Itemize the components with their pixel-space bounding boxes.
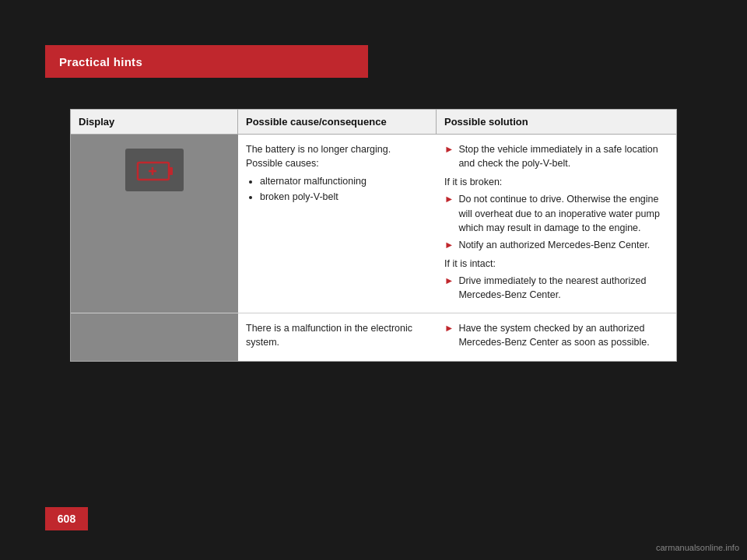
solution-item-4: ► Drive immediately to the nearest autho…: [444, 274, 670, 302]
solution-cell-1: ► Stop the vehicle immediately in a safe…: [437, 135, 678, 313]
table-header-row: Display Possible cause/consequence Possi…: [71, 110, 676, 135]
header-title: Practical hints: [59, 55, 142, 68]
arrow-icon-2: ►: [444, 192, 454, 206]
solution-text-5: Have the system checked by an authorized…: [458, 321, 670, 349]
cause-cell-2: There is a malfunction in the electronic…: [238, 313, 437, 360]
page-background: Practical hints Display Possible cause/c…: [0, 0, 747, 560]
main-table: Display Possible cause/consequence Possi…: [70, 109, 677, 362]
solution-item-3: ► Notify an authorized Mercedes-Benz Cen…: [444, 238, 670, 252]
display-cell-2: [71, 313, 238, 360]
page-number: 608: [58, 513, 75, 525]
table-row: The battery is no longer charging. Possi…: [71, 135, 676, 313]
page-number-badge: 608: [45, 507, 88, 530]
cause-intro-2: There is a malfunction in the electronic…: [246, 321, 429, 349]
solution-cell-2: ► Have the system checked by an authoriz…: [437, 313, 678, 360]
table-row-2: There is a malfunction in the electronic…: [71, 313, 676, 360]
watermark: carmanualsonline.info: [656, 543, 739, 552]
svg-rect-1: [169, 167, 173, 175]
arrow-icon-5: ►: [444, 321, 454, 335]
display-cell: [71, 135, 238, 313]
cause-intro: The battery is no longer charging. Possi…: [246, 142, 429, 170]
solution-text-4: Drive immediately to the nearest authori…: [458, 274, 670, 302]
solution-text-1: Stop the vehicle immediately in a safe l…: [458, 142, 670, 170]
col-display: Display: [71, 110, 238, 134]
cause-bullet-1: alternator malfunctioning: [260, 174, 429, 188]
cause-bullets: alternator malfunctioning broken poly-V-…: [260, 174, 429, 204]
solution-text-2: Do not continue to drive. Otherwise the …: [458, 192, 670, 234]
arrow-icon-4: ►: [444, 274, 454, 288]
battery-svg: [136, 158, 174, 183]
col-cause: Possible cause/consequence: [238, 110, 437, 134]
solution-item-5: ► Have the system checked by an authoriz…: [444, 321, 670, 349]
if-broken-label: If it is broken:: [444, 175, 670, 189]
solution-item-2: ► Do not continue to drive. Otherwise th…: [444, 192, 670, 234]
solution-text-3: Notify an authorized Mercedes-Benz Cente…: [458, 238, 650, 252]
col-solution: Possible solution: [437, 110, 678, 134]
header-bar: Practical hints: [45, 45, 368, 78]
solution-item-1: ► Stop the vehicle immediately in a safe…: [444, 142, 670, 170]
cause-cell: The battery is no longer charging. Possi…: [238, 135, 437, 313]
if-intact-label: If it is intact:: [444, 257, 670, 271]
battery-icon: [125, 149, 184, 191]
arrow-icon-3: ►: [444, 238, 454, 252]
cause-bullet-2: broken poly-V-belt: [260, 190, 429, 204]
arrow-icon-1: ►: [444, 142, 454, 156]
